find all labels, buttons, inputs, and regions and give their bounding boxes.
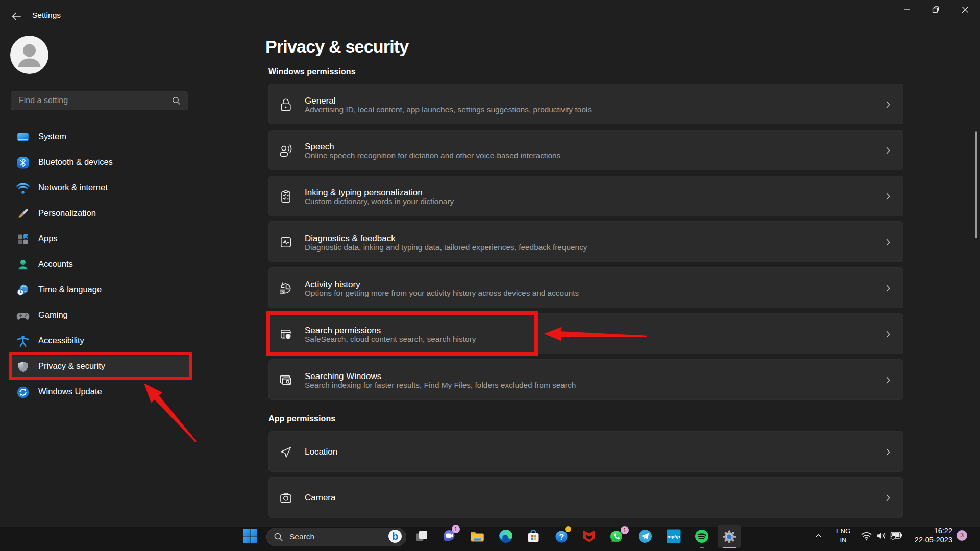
svg-text:b: b	[392, 531, 398, 542]
svg-text:myhp: myhp	[667, 534, 680, 539]
svg-text:?: ?	[559, 533, 565, 541]
